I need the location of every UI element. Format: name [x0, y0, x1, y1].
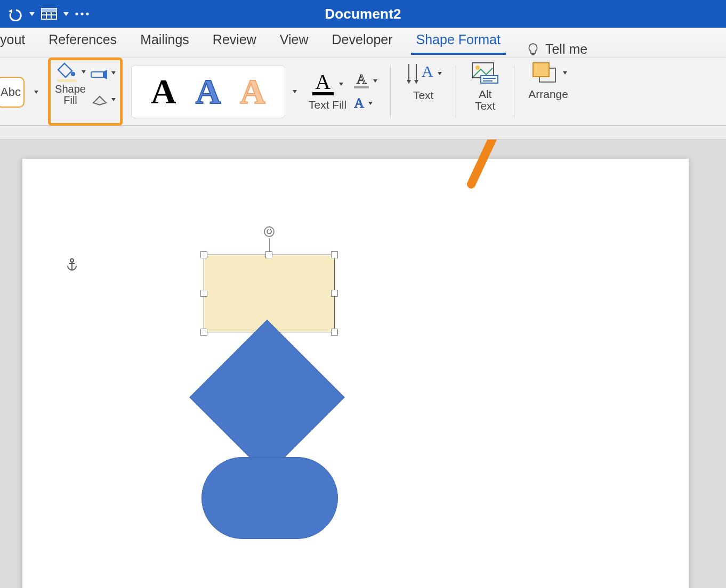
text-fill-icon: A — [312, 73, 334, 95]
text-fill-dropdown[interactable] — [339, 83, 343, 86]
text-fill-button[interactable]: A — [312, 73, 343, 95]
rotate-icon — [266, 228, 272, 235]
ribbon-content: Abc ShapeFill — [0, 58, 726, 126]
shape-styles-expand[interactable] — [34, 91, 38, 94]
pen-icon — [90, 67, 108, 79]
svg-rect-18 — [481, 76, 498, 83]
shape-fill-group: ShapeFill — [48, 58, 123, 126]
quick-access-toolbar — [0, 3, 92, 24]
rotate-handle[interactable] — [264, 226, 275, 254]
shape-rectangle-selected[interactable] — [204, 255, 335, 332]
tell-me-label: Tell me — [545, 42, 587, 57]
svg-point-8 — [86, 12, 88, 15]
tab-references[interactable]: References — [37, 28, 128, 57]
text-group-label: Text — [413, 89, 434, 101]
tab-review[interactable]: Review — [201, 28, 268, 57]
tab-mailings[interactable]: Mailings — [128, 28, 201, 57]
separator — [514, 65, 514, 118]
svg-point-10 — [71, 72, 75, 76]
separator — [456, 65, 456, 118]
tell-me[interactable]: Tell me — [512, 42, 587, 57]
arrange-label: Arrange — [528, 88, 568, 100]
wordart-style-orange-icon: A — [240, 74, 265, 109]
ribbon-tabs: yout References Mailings Review View Dev… — [0, 28, 726, 58]
paint-bucket-icon — [55, 61, 78, 83]
resize-handle[interactable] — [331, 290, 338, 297]
horizontal-ruler — [0, 126, 726, 140]
eraser-icon — [90, 93, 108, 106]
wordart-styles-gallery[interactable]: A A A — [131, 65, 285, 118]
separator — [390, 65, 391, 118]
resize-handle[interactable] — [265, 251, 272, 258]
svg-rect-22 — [533, 63, 549, 77]
resize-handle[interactable] — [200, 251, 207, 258]
shape-fill-label: ShapeFill — [55, 84, 86, 106]
svg-rect-11 — [57, 79, 76, 82]
lightbulb-icon — [526, 43, 540, 56]
resize-handle[interactable] — [331, 329, 338, 336]
shape-outline-dropdown[interactable] — [111, 71, 116, 75]
tab-layout-partial[interactable]: yout — [0, 28, 37, 57]
text-effects-icon: A — [354, 95, 364, 111]
shape-styles-partial: Abc — [0, 58, 48, 125]
svg-text:A: A — [422, 62, 433, 80]
undo-dropdown[interactable] — [27, 3, 37, 24]
tab-shape-format[interactable]: Shape Format — [405, 28, 512, 57]
svg-point-17 — [475, 66, 480, 70]
text-fill-label: Text Fill — [309, 99, 346, 111]
arrange-icon — [530, 61, 560, 85]
shape-effects-dropdown[interactable] — [111, 98, 116, 101]
anchor-icon — [66, 258, 78, 274]
document-workspace — [0, 140, 726, 588]
text-fill-group: A Text Fill A A — [303, 58, 383, 125]
shape-outline-button[interactable] — [90, 63, 116, 83]
table-quick-dropdown[interactable] — [61, 3, 71, 24]
document-page[interactable] — [22, 159, 689, 588]
text-outline-button[interactable]: A — [354, 72, 377, 90]
shape-diamond[interactable] — [189, 320, 344, 475]
alt-text-button[interactable]: AltText — [464, 58, 506, 125]
alt-text-label: AltText — [475, 88, 496, 112]
text-effects-button[interactable]: A — [354, 94, 377, 112]
tab-developer[interactable]: Developer — [320, 28, 405, 57]
wordart-style-black-icon: A — [151, 74, 176, 109]
alt-text-icon — [470, 61, 500, 85]
undo-button[interactable] — [4, 3, 26, 24]
svg-point-7 — [80, 12, 83, 15]
resize-handle[interactable] — [200, 329, 207, 336]
wordart-styles-expand[interactable] — [293, 90, 297, 93]
shape-fill-dropdown[interactable] — [82, 70, 86, 74]
tab-view[interactable]: View — [268, 28, 320, 57]
svg-rect-5 — [42, 9, 57, 12]
svg-point-23 — [70, 259, 74, 262]
more-qats-button[interactable] — [72, 3, 92, 24]
svg-point-6 — [75, 12, 78, 15]
text-direction-group: A Text — [398, 58, 448, 125]
shape-rounded-rectangle[interactable] — [201, 457, 338, 539]
document-title: Document2 — [0, 6, 726, 22]
shape-effects-button[interactable] — [90, 90, 116, 109]
text-direction-button[interactable]: A — [405, 61, 442, 86]
resize-handle[interactable] — [200, 290, 207, 297]
resize-handle[interactable] — [331, 251, 338, 258]
svg-rect-12 — [91, 72, 104, 77]
arrange-button[interactable]: Arrange — [522, 58, 575, 125]
table-quick-button[interactable] — [38, 3, 60, 24]
title-bar: Document2 — [0, 0, 726, 28]
text-outline-icon: A — [354, 74, 369, 88]
shape-fill-button[interactable] — [55, 62, 86, 81]
shape-style-preset[interactable]: Abc — [0, 77, 25, 108]
wordart-style-blue-icon: A — [196, 74, 221, 109]
text-direction-icon: A — [405, 61, 434, 86]
annotation-arrow-icon — [461, 140, 535, 190]
